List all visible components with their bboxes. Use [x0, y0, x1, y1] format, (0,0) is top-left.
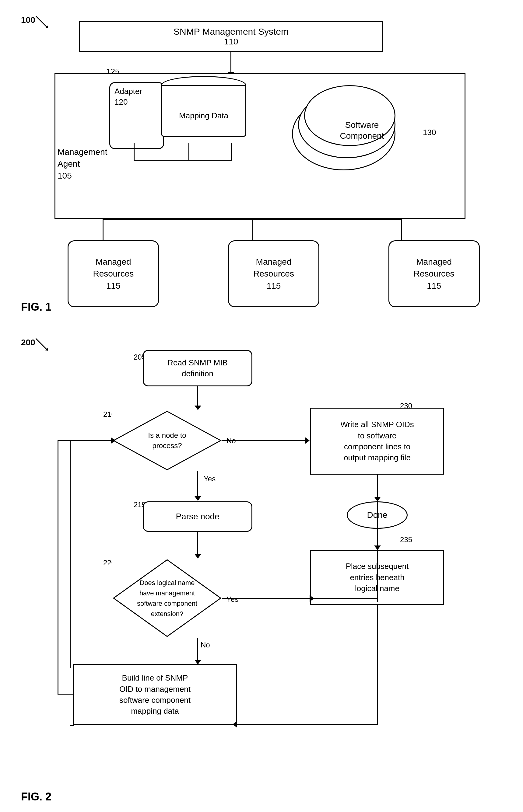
arrow-235-left-horiz — [237, 724, 377, 725]
arrow-210-230-horiz — [222, 440, 307, 441]
label-yes-220: Yes — [227, 595, 238, 604]
arrowhead-220-225 — [195, 660, 201, 664]
arrow-215-220 — [197, 532, 198, 556]
label-no-220: No — [201, 641, 210, 649]
v-line-left — [103, 219, 104, 242]
managed-res-box-2: ManagedResources115 — [228, 240, 319, 307]
arrowhead-235-225 — [233, 721, 237, 728]
software-component-group: Software Component — [292, 73, 420, 176]
diamond-220-text: Does logical name have management softwa… — [134, 574, 200, 622]
loop-from-225-horiz — [57, 694, 73, 695]
box-230: Write all SNMP OIDs to software componen… — [310, 408, 444, 475]
loop-to-210-horiz — [57, 440, 113, 441]
arrow-205-210 — [197, 386, 198, 408]
box-205-text: Read SNMP MIB definition — [167, 357, 228, 379]
box-225-text: Build line of SNMP OID to management sof… — [119, 672, 191, 717]
svg-line-2 — [36, 338, 48, 351]
box-205: Read SNMP MIB definition — [143, 350, 252, 386]
fig1-diagram: 100 SNMP Management System 110 Managemen… — [18, 12, 505, 316]
arrow-220-235-horiz — [222, 598, 312, 599]
managed-res-box-1: ManagedResources115 — [68, 240, 159, 307]
management-agent-label: Management Agent 105 — [57, 146, 107, 182]
snmp-title: SNMP Management System — [174, 26, 289, 37]
svg-line-0 — [36, 16, 48, 28]
loop-connector — [70, 725, 73, 726]
mapping-data-label: Mapping Data — [179, 111, 228, 120]
diamond-210-text: Is a node to process? — [145, 427, 189, 454]
box-225: Build line of SNMP OID to management sof… — [73, 664, 237, 725]
arrow-235-down — [377, 605, 378, 725]
mapping-data-group: Mapping Data — [161, 76, 246, 143]
diamond-220: Does logical name have management softwa… — [112, 559, 222, 638]
arrow-yes220-235-vert — [377, 550, 378, 602]
ellipse-front: Software Component — [304, 85, 395, 146]
arrow-yes220-235-2 — [310, 598, 377, 599]
arrowhead-205-210 — [195, 405, 201, 410]
fig1-caption: FIG. 1 — [21, 301, 51, 313]
connector-line-center — [188, 143, 190, 160]
software-component-label: Software Component — [329, 119, 395, 142]
adapter-num: 120 — [114, 97, 128, 107]
managed-res-text-1: ManagedResources115 — [93, 256, 134, 292]
snmp-num: 110 — [224, 37, 238, 46]
v-line-right — [401, 219, 402, 242]
arrowhead-loop-210 — [111, 437, 115, 444]
snmp-to-agent-line — [231, 52, 231, 74]
v-line-mid — [252, 219, 253, 242]
connector-line-right — [231, 143, 232, 160]
loop-vert-main — [57, 440, 58, 694]
arrow-230-235-vert — [377, 475, 378, 548]
managed-res-box-3: ManagedResources115 — [389, 240, 480, 307]
diamond-210: Is a node to process? — [112, 410, 222, 471]
fig1-arrow-icon — [36, 16, 51, 31]
adapter-box: Adapter 120 — [109, 82, 164, 149]
mapping-data-num: 125 — [106, 67, 119, 76]
fig2-diagram-num: 200 — [21, 338, 35, 347]
fig1-diagram-num: 100 — [21, 15, 35, 25]
arrowhead-230-235 — [374, 546, 381, 550]
arrowhead-215-220 — [195, 554, 201, 559]
arrowhead-210-230 — [305, 437, 310, 444]
fig2-diagram: 200 205 Read SNMP MIB definition 210 Is … — [18, 335, 505, 806]
snmp-management-system-box: SNMP Management System 110 — [79, 21, 383, 52]
connector-line-left — [134, 143, 134, 160]
arrow-210-215 — [197, 471, 198, 498]
managed-resources-row: ManagedResources115 ManagedResources115 … — [33, 240, 514, 307]
arrow-220-225 — [197, 638, 198, 662]
cylinder-body: Mapping Data — [161, 85, 246, 137]
adapter-title: Adapter — [114, 87, 142, 96]
fig2-caption: FIG. 2 — [21, 790, 51, 803]
box-215: Parse node — [143, 502, 252, 532]
box-215-text: Parse node — [176, 510, 219, 522]
connector-horiz — [134, 160, 232, 160]
managed-res-text-2: ManagedResources115 — [253, 256, 294, 292]
arrowhead-210-215 — [195, 496, 201, 501]
managed-res-text-3: ManagedResources115 — [414, 256, 454, 292]
software-component-num: 130 — [423, 128, 436, 137]
loop-left-vert — [70, 441, 71, 668]
fig2-arrow-icon — [36, 338, 51, 354]
box-230-text: Write all SNMP OIDs to software componen… — [340, 419, 414, 464]
page: 100 SNMP Management System 110 Managemen… — [0, 0, 523, 812]
label-235: 235 — [400, 535, 412, 544]
label-yes-210: Yes — [204, 475, 216, 483]
